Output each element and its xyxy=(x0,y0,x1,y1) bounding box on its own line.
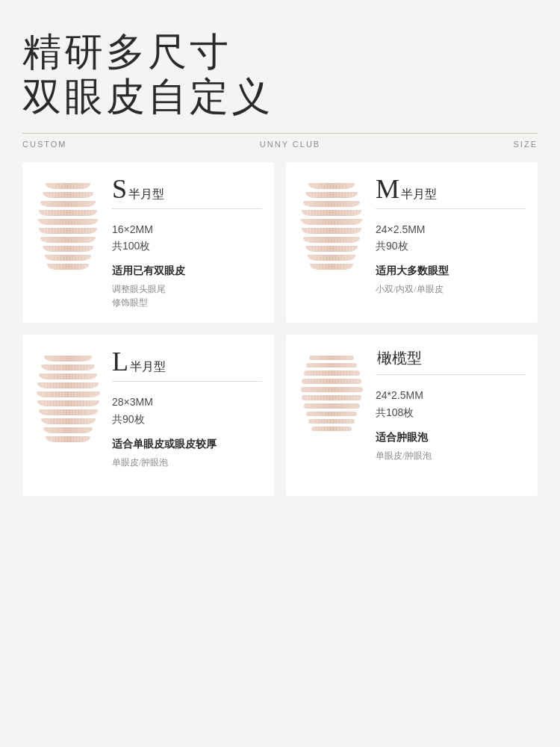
card-usage-title-olive: 适合肿眼泡 xyxy=(376,431,526,444)
card-content-l: L半月型 28×3MM 共90枚 适合单眼皮或眼皮较厚 单眼皮/肿眼泡 xyxy=(112,348,262,469)
cards-grid: S半月型 16×2MM 共100枚 适用已有双眼皮 调整眼头眼尾 修饰眼型 xyxy=(22,162,538,497)
card-type-m: 半月型 xyxy=(401,187,437,200)
nav-right: SIZE xyxy=(514,140,538,149)
card-content-olive: 橄榄型 24*2.5MM 共108枚 适合肿眼泡 单眼皮/肿眼泡 xyxy=(376,348,526,462)
card-title-row-olive: 橄榄型 xyxy=(376,348,526,375)
card-usage-desc-l: 单眼皮/肿眼泡 xyxy=(112,456,262,469)
card-content-s: S半月型 16×2MM 共100枚 适用已有双眼皮 调整眼头眼尾 修饰眼型 xyxy=(112,176,262,310)
card-dims-olive: 24*2.5MM 共108枚 xyxy=(376,387,526,421)
card-s-half-moon: S半月型 16×2MM 共100枚 适用已有双眼皮 调整眼头眼尾 修饰眼型 xyxy=(22,162,274,323)
page: 精研多尺寸 双眼皮自定义 CUSTOM UNNY CLUB SIZE xyxy=(0,0,560,747)
card-dims-s: 16×2MM 共100枚 xyxy=(112,221,262,255)
card-image-olive xyxy=(298,348,365,431)
card-content-m: M半月型 24×2.5MM 共90枚 适用大多数眼型 小双/内双/单眼皮 xyxy=(376,176,526,297)
card-dims-l: 28×3MM 共90枚 xyxy=(112,394,262,427)
card-title-row-s: S半月型 xyxy=(112,176,262,209)
card-type-olive: 橄榄型 xyxy=(377,350,422,366)
card-image-m xyxy=(298,176,365,270)
card-l-half-moon: L半月型 28×3MM 共90枚 适合单眼皮或眼皮较厚 单眼皮/肿眼泡 xyxy=(22,335,274,496)
card-usage-title-s: 适用已有双眼皮 xyxy=(112,264,262,278)
card-letter-m: M xyxy=(376,174,399,204)
card-letter-l: L xyxy=(112,347,128,376)
card-usage-desc-s: 调整眼头眼尾 修饰眼型 xyxy=(112,282,262,309)
card-title-row-m: M半月型 xyxy=(376,176,526,209)
title-line1: 精研多尺寸 双眼皮自定义 xyxy=(22,30,538,120)
card-title-row-l: L半月型 xyxy=(112,348,262,382)
card-image-l xyxy=(34,348,102,442)
card-usage-desc-m: 小双/内双/单眼皮 xyxy=(376,282,526,296)
card-usage-title-m: 适用大多数眼型 xyxy=(376,264,526,278)
nav-left: CUSTOM xyxy=(22,140,66,149)
card-usage-title-l: 适合单眼皮或眼皮较厚 xyxy=(112,438,262,451)
card-type-l: 半月型 xyxy=(130,360,166,373)
hero-title: 精研多尺寸 双眼皮自定义 xyxy=(22,30,538,120)
card-type-s: 半月型 xyxy=(128,187,164,200)
card-olive: 橄榄型 24*2.5MM 共108枚 适合肿眼泡 单眼皮/肿眼泡 xyxy=(286,335,538,496)
divider-nav: CUSTOM UNNY CLUB SIZE xyxy=(22,133,538,149)
card-image-s xyxy=(34,176,102,270)
card-letter-s: S xyxy=(112,174,127,204)
card-dims-m: 24×2.5MM 共90枚 xyxy=(376,221,526,255)
card-m-half-moon: M半月型 24×2.5MM 共90枚 适用大多数眼型 小双/内双/单眼皮 xyxy=(286,162,538,323)
card-usage-desc-olive: 单眼皮/肿眼泡 xyxy=(376,449,526,462)
nav-center: UNNY CLUB xyxy=(260,140,320,149)
